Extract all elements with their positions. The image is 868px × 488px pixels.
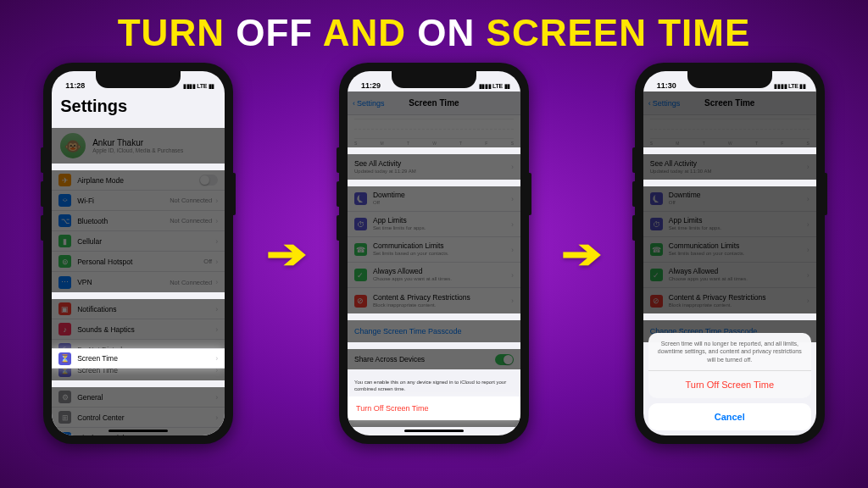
- chevron-icon: ›: [511, 297, 514, 305]
- notch: [687, 69, 772, 88]
- chevron-icon: ›: [215, 217, 218, 225]
- row-hotspot[interactable]: ⊚ Personal Hotspot Off›: [52, 252, 225, 272]
- status-time: 11:28: [65, 81, 85, 90]
- downtime-icon: ⏾: [354, 192, 367, 205]
- airplane-toggle[interactable]: [199, 175, 218, 186]
- status-indicators: ▮▮▮▮ LTE ▮▮: [774, 83, 805, 90]
- turn-off-screen-time-button[interactable]: Turn Off Screen Time: [348, 396, 520, 420]
- chevron-left-icon: ‹: [353, 99, 355, 108]
- row-downtime[interactable]: ⏾DowntimeOff›: [643, 186, 816, 212]
- chevron-icon: ›: [215, 434, 218, 435]
- sheet-cancel-button[interactable]: Cancel: [648, 403, 811, 430]
- screentime-icon: ⏳: [58, 352, 71, 365]
- page-title: Settings: [52, 92, 225, 123]
- always-allowed-icon: ✓: [650, 269, 663, 281]
- row-notifications[interactable]: ▣ Notifications›: [52, 299, 225, 319]
- notch: [392, 69, 476, 88]
- row-app-limits[interactable]: ⏱App LimitsSet time limits for apps.›: [643, 212, 816, 237]
- row-general[interactable]: ⚙ General›: [52, 387, 225, 408]
- status-time: 11:30: [657, 81, 676, 90]
- row-always-allowed[interactable]: ✓ Always AllowedChoose apps you want at …: [348, 263, 520, 288]
- vpn-icon: ⋯: [58, 276, 71, 289]
- notifications-icon: ▣: [58, 302, 71, 315]
- row-see-all-activity[interactable]: See All ActivityUpdated today at 11:30 A…: [643, 154, 816, 180]
- usage-chart: SMTWTFS: [348, 115, 520, 147]
- row-share-devices[interactable]: Share Across Devices: [348, 349, 520, 369]
- nav-bar: ‹Settings Screen Time: [348, 92, 520, 115]
- nav-title: Screen Time: [409, 98, 459, 108]
- chevron-icon: ›: [215, 197, 218, 205]
- action-sheet: Screen time will no longer be reported, …: [648, 333, 811, 430]
- avatar: 🐵: [60, 133, 86, 158]
- row-cellular[interactable]: ▮ Cellular ›: [52, 231, 225, 252]
- chevron-icon: ›: [511, 220, 514, 229]
- row-comm-limits[interactable]: ☎Communication LimitsSet limits based on…: [643, 237, 816, 263]
- content-privacy-icon: ⊘: [650, 295, 663, 308]
- chevron-icon: ›: [215, 325, 218, 334]
- nav-bar: ‹Settings Screen Time: [643, 92, 816, 115]
- share-footer: You can enable this on any device signed…: [348, 376, 520, 396]
- row-content-privacy[interactable]: ⊘ Content & Privacy RestrictionsBlock in…: [348, 288, 520, 313]
- headline: TURN OFF AND ON SCREEN TIME: [0, 12, 868, 54]
- row-vpn[interactable]: ⋯ VPN Not Connected›: [52, 272, 225, 292]
- profile-name: Ankur Thakur: [92, 138, 183, 147]
- row-airplane[interactable]: ✈ Airplane Mode: [52, 170, 225, 191]
- home-indicator: [404, 430, 464, 432]
- display-icon: A: [58, 432, 71, 436]
- row-see-all-activity[interactable]: See All ActivityUpdated today at 11:29 A…: [348, 154, 520, 180]
- apple-id-row[interactable]: 🐵 Ankur Thakur Apple ID, iCloud, Media &…: [52, 128, 225, 164]
- status-indicators: ▮▮▮▮ LTE ▮▮: [479, 83, 510, 90]
- row-always-allowed[interactable]: ✓Always AllowedChoose apps you want at a…: [643, 263, 816, 288]
- phone-2: 11:29 ▮▮▮▮ LTE ▮▮ ‹Settings Screen Time …: [339, 63, 529, 444]
- home-indicator: [108, 430, 168, 432]
- always-allowed-icon: ✓: [354, 269, 367, 281]
- row-content-privacy[interactable]: ⊘Content & Privacy RestrictionsBlock ina…: [643, 288, 816, 313]
- arrow-icon: ➔: [561, 230, 602, 277]
- back-button[interactable]: ‹Settings: [648, 99, 681, 108]
- phone-3: 11:30 ▮▮▮▮ LTE ▮▮ ‹Settings Screen Time …: [635, 63, 825, 444]
- chevron-icon: ›: [215, 393, 218, 402]
- row-downtime[interactable]: ⏾ DowntimeOff ›: [348, 186, 520, 212]
- row-bluetooth[interactable]: ⌥ Bluetooth Not Connected›: [52, 211, 225, 231]
- chevron-icon: ›: [215, 237, 218, 246]
- phone-1: 11:28 ▮▮▮▮ LTE ▮▮ Settings 🐵 Ankur Thaku…: [43, 63, 233, 444]
- row-screentime-highlight[interactable]: ⏳ Screen Time ›: [52, 348, 225, 369]
- row-comm-limits[interactable]: ☎ Communication LimitsSet limits based o…: [348, 237, 520, 263]
- airplane-icon: ✈: [58, 174, 71, 186]
- app-limits-icon: ⏱: [650, 218, 663, 230]
- row-wifi[interactable]: ⌔ Wi-Fi Not Connected›: [52, 191, 225, 211]
- row-app-limits[interactable]: ⏱ App LimitsSet time limits for apps. ›: [348, 212, 520, 237]
- chevron-icon: ›: [215, 305, 218, 313]
- sounds-icon: ♪: [58, 323, 71, 336]
- comm-limits-icon: ☎: [354, 243, 367, 256]
- share-toggle[interactable]: [495, 354, 514, 365]
- profile-sub: Apple ID, iCloud, Media & Purchases: [92, 147, 183, 153]
- usage-chart: SMTWTFS: [643, 115, 816, 147]
- content-privacy-icon: ⊘: [354, 295, 367, 308]
- nav-title: Screen Time: [704, 98, 754, 108]
- chevron-icon: ›: [511, 246, 514, 254]
- chevron-icon: ›: [215, 258, 218, 266]
- chevron-left-icon: ‹: [648, 99, 651, 108]
- comm-limits-icon: ☎: [650, 243, 663, 256]
- chevron-icon: ›: [215, 413, 218, 422]
- row-control-center[interactable]: ⊞ Control Center›: [52, 408, 225, 428]
- chevron-icon: ›: [215, 278, 218, 286]
- sheet-confirm-button[interactable]: Turn Off Screen Time: [648, 371, 811, 398]
- chevron-icon: ›: [511, 163, 514, 171]
- chevron-icon: ›: [215, 354, 218, 363]
- chevron-icon: ›: [511, 195, 514, 203]
- change-passcode-button[interactable]: Change Screen Time Passcode: [348, 320, 520, 342]
- back-button[interactable]: ‹Settings: [353, 99, 385, 108]
- hotspot-icon: ⊚: [58, 255, 71, 268]
- bluetooth-icon: ⌥: [58, 214, 71, 227]
- sheet-message: Screen time will no longer be reported, …: [648, 333, 811, 371]
- status-indicators: ▮▮▮▮ LTE ▮▮: [183, 83, 214, 90]
- row-sounds[interactable]: ♪ Sounds & Haptics›: [52, 319, 225, 340]
- notch: [96, 69, 181, 88]
- chevron-icon: ›: [511, 271, 514, 280]
- arrow-icon: ➔: [266, 230, 307, 277]
- app-limits-icon: ⏱: [354, 218, 367, 230]
- status-time: 11:29: [361, 81, 381, 90]
- wifi-icon: ⌔: [58, 194, 71, 207]
